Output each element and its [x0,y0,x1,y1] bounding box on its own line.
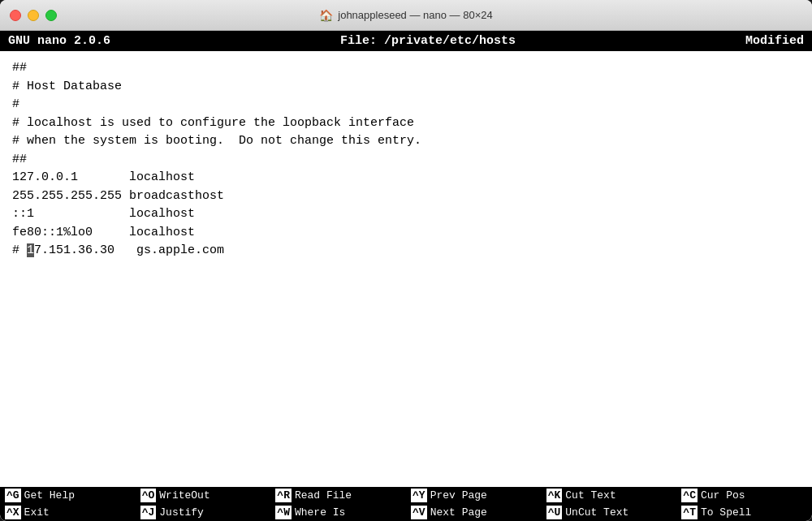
footer-item-uncut-text[interactable]: ^U UnCut Text [542,504,677,521]
label-justify: Justify [159,506,204,519]
window-title: 🏠 johnappleseed — nano — 80×24 [319,9,492,22]
footer-item-to-spell[interactable]: ^T To Spell [676,504,812,521]
key-writeout: ^O [140,489,157,502]
footer-item-where-is[interactable]: ^W Where Is [270,504,406,521]
close-button[interactable] [10,10,21,21]
cursor: 1 [27,243,34,257]
key-next-page: ^V [411,506,427,519]
key-cut-text: ^K [546,489,563,502]
key-uncut-text: ^U [546,506,563,519]
footer-item-cut-text[interactable]: ^K Cut Text [542,487,677,504]
footer-item-read-file[interactable]: ^R Read File [270,487,406,504]
key-get-help: ^G [5,489,21,502]
footer-item-next-page[interactable]: ^V Next Page [406,504,542,521]
label-cur-pos: Cur Pos [701,489,745,502]
footer-item-cur-pos[interactable]: ^C Cur Pos [676,487,812,504]
key-where-is: ^W [275,506,292,519]
label-writeout: WriteOut [159,489,209,502]
maximize-button[interactable] [45,10,57,21]
key-prev-page: ^Y [411,489,427,502]
label-read-file: Read File [295,489,352,502]
nano-footer: ^G Get Help ^O WriteOut ^R Read File ^Y … [0,487,812,521]
footer-row-2: ^X Exit ^J Justify ^W Where Is ^V Next P… [0,504,812,521]
window-title-text: johnappleseed — nano — 80×24 [338,9,492,21]
label-where-is: Where Is [295,506,345,519]
key-exit: ^X [5,506,21,519]
nano-editor: GNU nano 2.0.6 File: /private/etc/hosts … [0,31,812,521]
key-to-spell: ^T [681,506,698,519]
footer-row-1: ^G Get Help ^O WriteOut ^R Read File ^Y … [0,487,812,504]
footer-item-exit[interactable]: ^X Exit [0,504,136,521]
label-cut-text: Cut Text [565,489,615,502]
footer-item-justify[interactable]: ^J Justify [136,504,271,521]
nano-filename: File: /private/etc/hosts [340,34,516,48]
label-prev-page: Prev Page [430,489,487,502]
nano-version: GNU nano 2.0.6 [8,34,110,48]
footer-item-help[interactable]: ^G Get Help [0,487,136,504]
key-cur-pos: ^C [681,489,698,502]
file-text: ## # Host Database # # localhost is used… [12,59,800,260]
terminal-window: 🏠 johnappleseed — nano — 80×24 GNU nano … [0,0,812,521]
label-get-help: Get Help [24,489,75,502]
label-to-spell: To Spell [701,506,751,519]
label-uncut-text: UnCut Text [565,506,628,519]
label-exit: Exit [24,506,50,519]
nano-content[interactable]: ## # Host Database # # localhost is used… [0,51,812,487]
nano-modified: Modified [745,34,804,48]
window-controls [10,10,57,21]
footer-item-prev-page[interactable]: ^Y Prev Page [406,487,542,504]
key-read-file: ^R [275,489,292,502]
label-next-page: Next Page [430,506,487,519]
key-justify: ^J [140,506,157,519]
home-icon: 🏠 [319,9,333,22]
minimize-button[interactable] [28,10,39,21]
footer-item-writeout[interactable]: ^O WriteOut [136,487,271,504]
title-bar: 🏠 johnappleseed — nano — 80×24 [0,0,812,31]
nano-header: GNU nano 2.0.6 File: /private/etc/hosts … [0,31,812,51]
